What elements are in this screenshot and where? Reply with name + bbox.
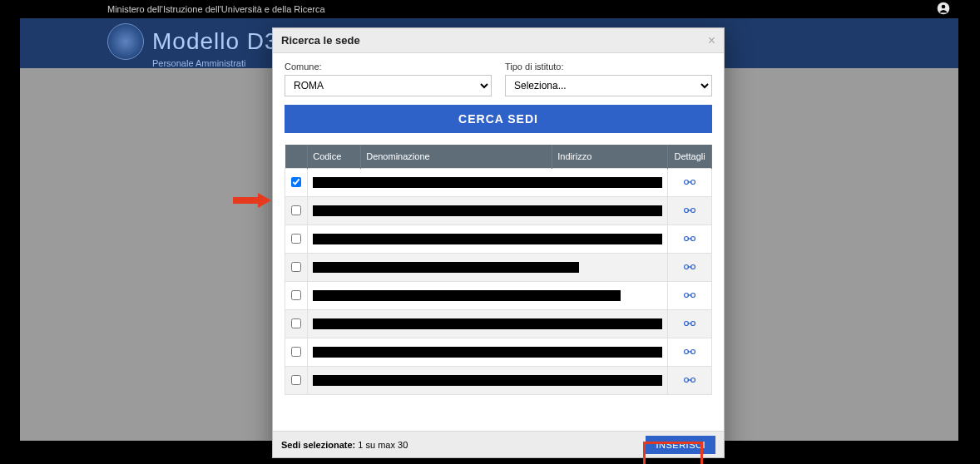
table-row [285, 254, 712, 282]
redacted-content [313, 347, 662, 358]
col-select [285, 145, 308, 169]
svg-marker-26 [233, 193, 271, 208]
col-codice: Codice [308, 145, 361, 169]
tipo-istituto-select[interactable]: Seleziona... [505, 75, 712, 96]
col-dettagli: Dettagli [668, 145, 712, 169]
redacted-content [313, 205, 662, 216]
results-table: Codice Denominazione Indirizzo Dettagli [285, 145, 712, 395]
table-row [285, 310, 712, 338]
ministry-topbar: Ministero dell'Istruzione dell'Universit… [20, 0, 958, 18]
modal-title: Ricerca le sede [281, 34, 360, 47]
table-row [285, 169, 712, 197]
comune-label: Comune: [285, 62, 492, 72]
details-link-icon[interactable] [683, 377, 696, 387]
row-select-checkbox[interactable] [291, 234, 301, 244]
user-avatar-icon[interactable] [937, 2, 950, 17]
row-select-checkbox[interactable] [291, 375, 301, 385]
col-denominazione: Denominazione [361, 145, 552, 169]
details-link-icon[interactable] [683, 207, 696, 217]
row-select-checkbox[interactable] [291, 262, 301, 272]
svg-rect-4 [688, 181, 692, 182]
redacted-content [313, 290, 621, 301]
row-select-checkbox[interactable] [291, 205, 301, 215]
row-select-checkbox[interactable] [291, 347, 301, 357]
svg-rect-16 [688, 294, 692, 295]
state-emblem-icon [107, 23, 144, 60]
table-row [285, 338, 712, 367]
search-button[interactable]: CERCA SEDI [285, 105, 712, 133]
redacted-content [313, 262, 579, 273]
row-select-checkbox[interactable] [291, 290, 301, 300]
details-link-icon[interactable] [683, 264, 696, 274]
redacted-content [313, 177, 662, 188]
row-select-checkbox[interactable] [291, 318, 301, 328]
col-indirizzo: Indirizzo [552, 145, 668, 169]
details-link-icon[interactable] [683, 320, 696, 330]
app-title: Modello D3 [152, 28, 279, 55]
svg-rect-10 [688, 238, 692, 239]
redacted-content [313, 375, 662, 386]
selected-status: Sedi selezionate: 1 su max 30 [281, 440, 408, 450]
row-select-checkbox[interactable] [291, 177, 301, 187]
table-row [285, 367, 712, 395]
user-name-redacted [854, 4, 928, 14]
ministry-label: Ministero dell'Istruzione dell'Universit… [107, 4, 325, 14]
svg-rect-19 [688, 323, 692, 323]
svg-point-1 [942, 5, 946, 9]
close-icon[interactable]: × [708, 33, 715, 48]
insert-button[interactable]: INSERISCI [646, 436, 715, 454]
svg-rect-22 [688, 351, 692, 352]
details-link-icon[interactable] [683, 235, 696, 245]
search-location-modal: Ricerca le sede × Comune: ROMA Tipo di i… [272, 27, 725, 458]
svg-rect-7 [688, 210, 692, 210]
details-link-icon[interactable] [683, 179, 696, 189]
svg-rect-13 [688, 266, 692, 267]
svg-rect-25 [688, 379, 692, 380]
details-link-icon[interactable] [683, 292, 696, 302]
table-row [285, 225, 712, 254]
table-row [285, 282, 712, 310]
redacted-content [313, 234, 662, 244]
redacted-content [313, 318, 662, 329]
details-link-icon[interactable] [683, 348, 696, 358]
tipo-istituto-label: Tipo di istituto: [505, 62, 712, 72]
comune-select[interactable]: ROMA [285, 75, 492, 96]
annotation-arrow-icon [233, 193, 271, 208]
table-row [285, 197, 712, 225]
